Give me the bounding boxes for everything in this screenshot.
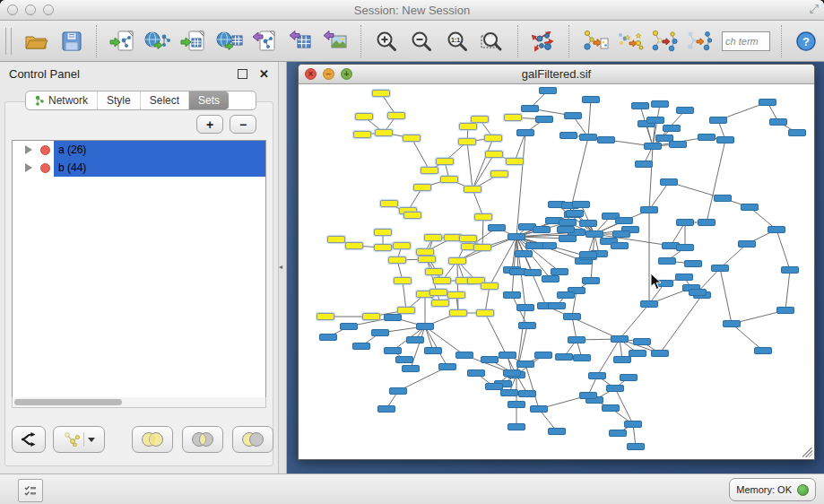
zoom-out-button[interactable]	[408, 26, 436, 56]
export-table-button[interactable]	[286, 26, 314, 56]
graph-node-blue[interactable]	[624, 421, 642, 428]
graph-node-blue[interactable]	[485, 383, 503, 390]
graph-node-blue[interactable]	[572, 201, 590, 208]
graph-node-yellow[interactable]	[473, 244, 491, 251]
graph-node-blue[interactable]	[525, 242, 543, 249]
graph-node-blue[interactable]	[579, 220, 597, 227]
graph-node-blue[interactable]	[776, 307, 794, 314]
title-bar[interactable]: Session: New Session ⤢	[0, 0, 824, 21]
graph-node-blue[interactable]	[716, 136, 734, 143]
graph-node-blue[interactable]	[640, 300, 658, 308]
graph-node-blue[interactable]	[548, 302, 566, 309]
graph-node-yellow[interactable]	[429, 289, 447, 296]
graph-node-blue[interactable]	[500, 389, 518, 396]
graph-node-blue[interactable]	[340, 323, 358, 330]
graph-node-blue[interactable]	[788, 129, 806, 136]
graph-node-blue[interactable]	[551, 268, 568, 275]
minimize-network-button[interactable]: −	[323, 68, 334, 80]
minimize-window-button[interactable]	[25, 4, 36, 15]
graph-node-blue[interactable]	[467, 369, 485, 377]
graph-node-blue[interactable]	[611, 242, 629, 249]
expander-icon[interactable]	[25, 163, 32, 172]
graph-node-blue[interactable]	[714, 195, 732, 202]
list-item[interactable]: a (26)	[13, 141, 265, 159]
graph-node-blue[interactable]	[516, 304, 534, 311]
graph-node-blue[interactable]	[503, 369, 521, 377]
graph-node-blue[interactable]	[579, 134, 597, 141]
graph-node-yellow[interactable]	[353, 131, 371, 138]
graph-node-blue[interactable]	[557, 226, 575, 233]
graph-node-blue[interactable]	[568, 336, 585, 343]
graph-node-blue[interactable]	[597, 136, 615, 143]
graph-node-blue[interactable]	[319, 334, 337, 341]
graph-node-blue[interactable]	[640, 206, 658, 213]
intersection-button[interactable]	[182, 426, 223, 453]
new-network-from-selection-button[interactable]	[581, 26, 609, 56]
zoom-fit-selected-button[interactable]	[478, 26, 506, 56]
graph-node-blue[interactable]	[723, 320, 741, 327]
graph-node-blue[interactable]	[620, 374, 638, 381]
graph-node-blue[interactable]	[684, 260, 702, 267]
graph-node-yellow[interactable]	[416, 248, 434, 256]
zoom-in-button[interactable]	[373, 26, 401, 56]
graph-node-yellow[interactable]	[424, 234, 442, 241]
graph-node-blue[interactable]	[564, 112, 582, 119]
set-label[interactable]: a (26)	[54, 141, 265, 159]
graph-node-yellow[interactable]	[485, 151, 503, 158]
graph-node-yellow[interactable]	[372, 90, 390, 97]
graph-node-blue[interactable]	[615, 217, 633, 224]
graph-node-yellow[interactable]	[374, 229, 392, 236]
graph-node-blue[interactable]	[631, 102, 649, 109]
graph-node-yellow[interactable]	[449, 309, 467, 317]
graph-node-yellow[interactable]	[403, 135, 421, 142]
graph-node-blue[interactable]	[676, 244, 694, 251]
graph-node-yellow[interactable]	[431, 300, 449, 307]
graph-node-blue[interactable]	[663, 125, 681, 132]
task-history-button[interactable]	[18, 479, 43, 502]
graph-node-blue[interactable]	[539, 87, 557, 94]
graph-node-blue[interactable]	[516, 361, 534, 368]
graph-node-blue[interactable]	[698, 219, 716, 226]
graph-node-blue[interactable]	[646, 117, 664, 124]
graph-node-yellow[interactable]	[490, 170, 508, 178]
tab-select[interactable]: Select	[141, 91, 189, 109]
memory-status-button[interactable]: Memory: OK	[729, 478, 816, 501]
graph-node-blue[interactable]	[542, 275, 559, 282]
graph-node-blue[interactable]	[557, 291, 575, 299]
graph-node-yellow[interactable]	[375, 129, 393, 136]
graph-node-yellow[interactable]	[459, 235, 477, 242]
split-set-button[interactable]	[12, 426, 46, 453]
graph-node-blue[interactable]	[384, 347, 402, 354]
graph-node-yellow[interactable]	[506, 158, 524, 165]
zoom-window-button[interactable]	[43, 4, 54, 15]
import-network-file-button[interactable]	[108, 26, 136, 56]
graph-node-blue[interactable]	[768, 226, 785, 233]
graph-node-blue[interactable]	[384, 314, 402, 321]
graph-node-blue[interactable]	[741, 204, 759, 211]
graph-node-blue[interactable]	[651, 350, 669, 357]
graph-node-blue[interactable]	[371, 329, 389, 336]
graph-node-yellow[interactable]	[327, 236, 345, 243]
graph-node-blue[interactable]	[406, 336, 424, 343]
graph-node-blue[interactable]	[769, 118, 787, 126]
graph-node-yellow[interactable]	[413, 184, 431, 191]
network-view-window[interactable]: × − + galFiltered.sif	[298, 64, 815, 460]
graph-node-blue[interactable]	[627, 443, 645, 450]
graph-node-blue[interactable]	[416, 323, 434, 330]
import-network-web-button[interactable]	[143, 26, 172, 56]
graph-node-yellow[interactable]	[421, 167, 438, 174]
graph-node-blue[interactable]	[644, 143, 662, 150]
graph-node-yellow[interactable]	[471, 116, 489, 123]
graph-node-blue[interactable]	[633, 338, 651, 345]
network-canvas[interactable]	[299, 84, 814, 459]
graph-node-blue[interactable]	[516, 129, 534, 136]
import-table-file-button[interactable]	[179, 26, 207, 56]
graph-node-blue[interactable]	[611, 335, 629, 343]
apply-layout-button[interactable]	[530, 26, 558, 56]
graph-node-blue[interactable]	[524, 269, 542, 276]
graph-node-blue[interactable]	[689, 289, 707, 296]
graph-node-yellow[interactable]	[380, 200, 398, 207]
graph-node-blue[interactable]	[579, 392, 597, 399]
select-from-network-button[interactable]	[616, 26, 644, 56]
first-neighbors-button[interactable]	[651, 26, 679, 56]
